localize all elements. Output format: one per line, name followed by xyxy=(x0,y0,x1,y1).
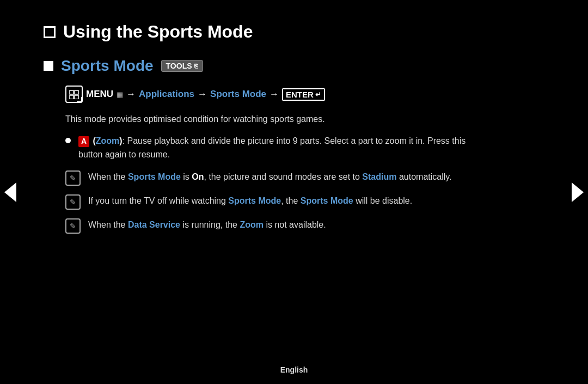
note-item-2: If you turn the TV off while watching Sp… xyxy=(65,194,490,210)
footer-language: English xyxy=(280,365,308,374)
note1-highlight2: Stadium xyxy=(362,172,396,181)
bullet-text: A (Zoom): Pause playback and divide the … xyxy=(78,135,490,162)
nav-arrow-left[interactable] xyxy=(4,182,16,202)
bullet-dot xyxy=(65,138,71,143)
menu-path: MENU ▦ → Applications → Sports Mode → EN… xyxy=(65,86,490,103)
svg-rect-0 xyxy=(70,90,74,94)
menu-icon xyxy=(65,86,83,103)
note3-before: When the xyxy=(88,220,128,229)
arrow2: → xyxy=(198,89,207,100)
page-title-container: Using the Sports Mode xyxy=(44,22,490,42)
main-content: Using the Sports Mode Sports Mode TOOLS … xyxy=(0,0,534,264)
svg-rect-3 xyxy=(75,95,78,99)
bullet-item-zoom: A (Zoom): Pause playback and divide the … xyxy=(65,135,490,162)
note2-highlight1: Sports Mode xyxy=(228,196,281,205)
zoom-text: : Pause playback and divide the picture … xyxy=(78,136,465,159)
arrow1: → xyxy=(126,89,136,100)
note-text-2: If you turn the TV off while watching Sp… xyxy=(88,194,412,208)
note-item-3: When the Data Service is running, the Zo… xyxy=(65,218,490,234)
zoom-label: Zoom xyxy=(96,136,120,145)
note-icon-3 xyxy=(65,218,81,234)
note1-highlight1: Sports Mode xyxy=(128,172,181,181)
section-title-container: Sports Mode TOOLS ⎘ xyxy=(44,57,490,75)
arrow3: → xyxy=(270,89,279,100)
enter-button: ENTER ↵ xyxy=(282,88,325,101)
note2-end: will be disable. xyxy=(353,196,413,205)
page-title: Using the Sports Mode xyxy=(63,22,253,42)
note3-highlight2: Zoom xyxy=(240,220,264,229)
note1-before: When the xyxy=(88,172,128,181)
enter-return-icon: ↵ xyxy=(315,90,321,99)
menu-step2: Sports Mode xyxy=(210,89,266,100)
red-a-badge: A xyxy=(78,136,89,147)
tools-icon: ⎘ xyxy=(194,63,198,69)
enter-label: ENTER xyxy=(286,90,314,99)
note3-highlight1: Data Service xyxy=(128,220,180,229)
tools-badge: TOOLS ⎘ xyxy=(161,60,203,72)
title-checkbox xyxy=(44,26,56,38)
nav-arrow-right[interactable] xyxy=(572,182,584,202)
section-title: Sports Mode xyxy=(61,57,154,75)
note2-highlight2: Sports Mode xyxy=(301,196,353,205)
section-square xyxy=(44,61,53,71)
note3-mid: is running, the xyxy=(180,220,240,229)
note2-before: If you turn the TV off while watching xyxy=(88,196,228,205)
note1-end: automatically. xyxy=(396,172,451,181)
svg-rect-1 xyxy=(75,90,78,94)
description-text: This mode provides optimised condition f… xyxy=(65,113,490,126)
tools-label: TOOLS xyxy=(166,62,192,70)
menu-svg-icon xyxy=(69,89,79,99)
svg-rect-2 xyxy=(70,95,74,99)
menu-label: MENU xyxy=(86,89,113,100)
note1-mid1: is xyxy=(181,172,192,181)
note1-mid2: , the picture and sound modes are set to xyxy=(204,172,363,181)
note-text-1: When the Sports Mode is On, the picture … xyxy=(88,170,452,184)
note-text-3: When the Data Service is running, the Zo… xyxy=(88,218,326,232)
note-icon-2 xyxy=(65,194,81,210)
note-item-1: When the Sports Mode is On, the picture … xyxy=(65,170,490,186)
note2-mid: , the xyxy=(281,196,301,205)
note3-end: is not available. xyxy=(264,220,326,229)
note-icon-1 xyxy=(65,170,81,186)
menu-step1: Applications xyxy=(139,89,194,100)
note1-on: On xyxy=(192,172,204,181)
menu-grid-icon: ▦ xyxy=(117,90,123,99)
